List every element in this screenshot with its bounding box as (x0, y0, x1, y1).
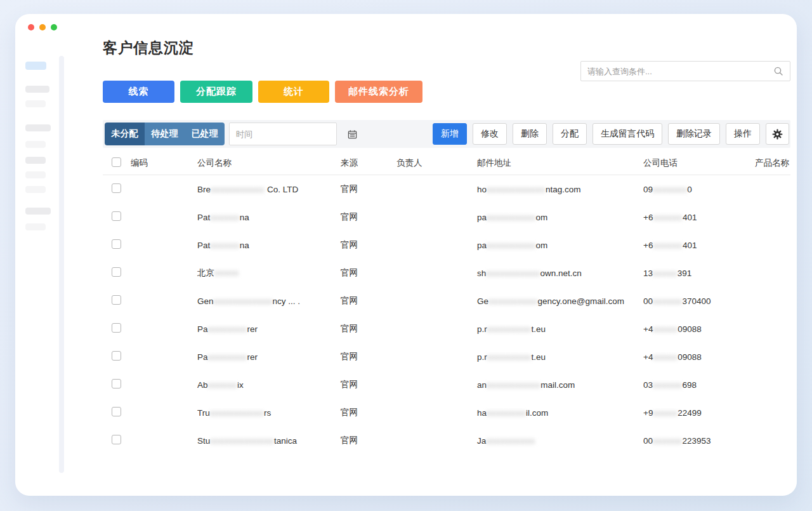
main-content: 客户信息沉淀 线索 分配跟踪 统计 邮件线索分析 未分配 待处理 已处理 (103, 14, 790, 496)
status-tab-group: 未分配 待处理 已处理 (105, 123, 225, 145)
row-checkbox[interactable] (112, 351, 121, 361)
sidebar-active-item[interactable] (25, 62, 46, 70)
email-cell: hoxxxxxxxxxxxxntag.com (477, 185, 581, 194)
generate-message-code-button[interactable]: 生成留言代码 (593, 123, 662, 145)
row-checkbox[interactable] (112, 239, 121, 249)
sidebar-placeholder-item (25, 100, 46, 107)
company-name-cell: Paxxxxxxxxrer (197, 324, 258, 334)
tab-unassigned[interactable]: 未分配 (105, 123, 145, 145)
gear-icon (771, 128, 783, 140)
search-input[interactable] (587, 67, 773, 76)
row-checkbox[interactable] (112, 407, 121, 416)
col-header-phone: 公司电话 (643, 157, 678, 169)
sidebar (25, 62, 62, 230)
assign-button[interactable]: 分配 (553, 123, 587, 145)
email-cell: p.rxxxxxxxxxt.eu (477, 324, 546, 334)
sidebar-placeholder-item (25, 86, 49, 93)
table-row: Truxxxxxxxxxxxrs 官网 haxxxxxxxxil.com +9x… (103, 399, 790, 427)
sidebar-divider (59, 56, 64, 473)
nav-button-stats[interactable]: 统计 (258, 81, 329, 103)
phone-cell: +4xxxxx09088 (643, 324, 702, 334)
date-filter (229, 123, 337, 145)
phone-cell: 13xxxxx391 (643, 269, 691, 278)
app-window: 客户信息沉淀 线索 分配跟踪 统计 邮件线索分析 未分配 待处理 已处理 (15, 14, 797, 496)
table-row: Patxxxxxxna 官网 paxxxxxxxxxxom +6xxxxxx40… (103, 231, 790, 259)
nav-button-clues[interactable]: 线索 (103, 81, 174, 103)
email-cell: paxxxxxxxxxxom (477, 213, 547, 222)
add-button[interactable]: 新增 (433, 123, 467, 145)
table-row: Paxxxxxxxxrer 官网 p.rxxxxxxxxxt.eu +4xxxx… (103, 343, 790, 371)
table-row: 北京xxxxx 官网 shxxxxxxxxxxxown.net.cn 13xxx… (103, 259, 790, 287)
tab-pending[interactable]: 待处理 (145, 123, 185, 145)
row-checkbox[interactable] (112, 435, 121, 444)
source-cell: 官网 (341, 435, 358, 446)
table-row: Genxxxxxxxxxxxxncy ... . 官网 Gexxxxxxxxxx… (103, 287, 790, 315)
phone-cell: +6xxxxxx401 (643, 213, 697, 222)
email-cell: haxxxxxxxxil.com (477, 408, 548, 418)
settings-button[interactable] (766, 123, 789, 145)
company-name-cell: 北京xxxxx (197, 267, 239, 279)
col-header-product: 产品名称 (755, 157, 789, 169)
source-cell: 官网 (341, 211, 358, 223)
table-row: Paxxxxxxxxrer 官网 p.rxxxxxxxxxt.eu +4xxxx… (103, 315, 790, 343)
email-cell: Jaxxxxxxxxxx (477, 436, 535, 446)
col-header-source: 来源 (341, 157, 358, 169)
nav-button-mail-clue-analysis[interactable]: 邮件线索分析 (335, 81, 422, 103)
leads-table: 编码 公司名称 来源 负责人 邮件地址 公司电话 产品名称 Brexxxxxxx… (103, 151, 790, 455)
col-header-code: 编码 (131, 157, 148, 169)
email-cell: anxxxxxxxxxxxmail.com (477, 380, 575, 390)
zoom-window-icon[interactable] (51, 24, 57, 30)
col-header-company: 公司名称 (197, 157, 232, 169)
phone-cell: 00xxxxxx223953 (643, 436, 711, 446)
row-checkbox[interactable] (112, 211, 121, 221)
sidebar-placeholder-item (25, 208, 51, 215)
sidebar-placeholder-item (25, 157, 46, 164)
email-cell: p.rxxxxxxxxxt.eu (477, 352, 546, 362)
calendar-icon[interactable] (348, 129, 357, 139)
phone-cell: +4xxxxx09088 (643, 352, 702, 362)
source-cell: 官网 (341, 407, 358, 418)
operate-button[interactable]: 操作 (726, 123, 760, 145)
sidebar-placeholder-item (25, 186, 46, 193)
nav-button-assign-track[interactable]: 分配跟踪 (180, 81, 252, 103)
phone-cell: +6xxxxxx401 (643, 241, 697, 250)
table-row: Stuxxxxxxxxxxxxxtanica 官网 Jaxxxxxxxxxx 0… (103, 427, 790, 455)
source-cell: 官网 (341, 183, 358, 195)
close-window-icon[interactable] (28, 24, 34, 30)
phone-cell: +9xxxxx22499 (643, 408, 702, 418)
table-header-row: 编码 公司名称 来源 负责人 邮件地址 公司电话 产品名称 (103, 151, 790, 175)
sidebar-placeholder-item (25, 223, 46, 230)
delete-button[interactable]: 删除 (513, 123, 547, 145)
table-body: Brexxxxxxxxxxx Co. LTD 官网 hoxxxxxxxxxxxx… (103, 175, 790, 455)
phone-cell: 00xxxxxx370400 (643, 296, 711, 306)
company-name-cell: Patxxxxxxna (197, 241, 249, 250)
row-checkbox[interactable] (112, 323, 121, 333)
row-checkbox[interactable] (112, 267, 121, 277)
row-checkbox[interactable] (112, 183, 121, 193)
email-cell: shxxxxxxxxxxxown.net.cn (477, 269, 582, 278)
company-name-cell: Patxxxxxxna (197, 213, 249, 222)
row-checkbox[interactable] (112, 295, 121, 305)
company-name-cell: Truxxxxxxxxxxxrs (197, 408, 271, 418)
filter-bar: 未分配 待处理 已处理 新增 修改 删除 分配 生成留言代码 删除记录 操作 (103, 120, 790, 148)
select-all-checkbox[interactable] (112, 157, 121, 167)
table-row: Patxxxxxxna 官网 paxxxxxxxxxxom +6xxxxxx40… (103, 203, 790, 231)
company-name-cell: Brexxxxxxxxxxx Co. LTD (197, 185, 298, 194)
company-name-cell: Abxxxxxxix (197, 380, 244, 390)
phone-cell: 03xxxxxx698 (643, 380, 697, 390)
company-name-cell: Stuxxxxxxxxxxxxxtanica (197, 436, 297, 446)
table-row: Brexxxxxxxxxxx Co. LTD 官网 hoxxxxxxxxxxxx… (103, 175, 790, 203)
search-box (580, 61, 790, 81)
search-icon[interactable] (773, 66, 783, 76)
date-input[interactable] (236, 129, 348, 139)
tab-processed[interactable]: 已处理 (185, 123, 225, 145)
minimize-window-icon[interactable] (39, 24, 46, 30)
source-cell: 官网 (341, 379, 358, 390)
email-cell: paxxxxxxxxxxom (477, 241, 547, 250)
edit-button[interactable]: 修改 (473, 123, 507, 145)
table-row: Abxxxxxxix 官网 anxxxxxxxxxxxmail.com 03xx… (103, 371, 790, 399)
source-cell: 官网 (341, 295, 358, 307)
email-cell: Gexxxxxxxxxxgency.one@gmail.com (477, 296, 624, 306)
delete-record-button[interactable]: 删除记录 (668, 123, 720, 145)
row-checkbox[interactable] (112, 379, 121, 388)
